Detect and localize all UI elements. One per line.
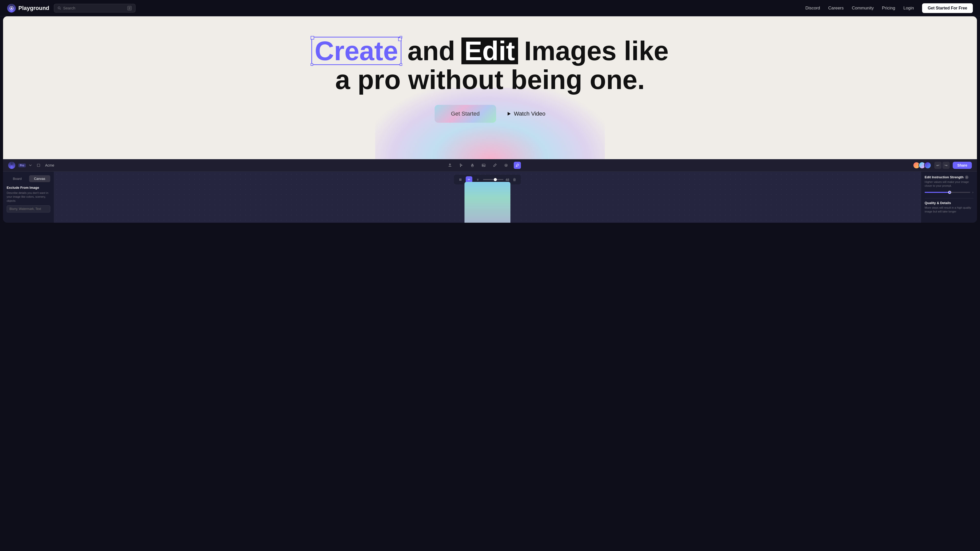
hero-word-and: and — [407, 38, 455, 64]
right-panel-title: Edit Instruction Strength i — [924, 175, 974, 179]
selection-corner-tr — [400, 36, 402, 38]
strength-slider-track — [924, 192, 970, 193]
nav-right: Discord Careers Community Pricing Login … — [805, 3, 973, 13]
nav-link-discord[interactable]: Discord — [805, 6, 820, 11]
search-input[interactable] — [63, 6, 125, 10]
play-icon — [506, 111, 511, 116]
watch-video-label: Watch Video — [514, 110, 546, 117]
tab-board[interactable]: Board — [6, 175, 28, 182]
hero-word-images: Images like — [524, 38, 669, 64]
undo-button[interactable]: ↩ — [934, 162, 942, 169]
logo-text: Playground — [18, 5, 49, 11]
export-icon[interactable] — [446, 162, 453, 169]
redo-button[interactable]: ↪ — [942, 162, 950, 169]
panel-divider — [924, 198, 974, 198]
slider-arrow: › — [972, 191, 974, 194]
image-icon[interactable] — [480, 162, 487, 169]
slider-thumb — [494, 178, 497, 181]
pencil-icon[interactable] — [491, 162, 498, 169]
exclude-input[interactable] — [6, 205, 50, 213]
get-started-hero-button[interactable]: Get Started — [434, 105, 496, 123]
strength-slider-fill — [924, 192, 950, 193]
search-icon — [58, 6, 61, 10]
info-icon[interactable]: i — [965, 176, 969, 179]
effects-icon[interactable] — [503, 162, 510, 169]
strength-slider[interactable]: › — [924, 191, 974, 194]
app-toolbar: Pro Acme — [3, 159, 977, 171]
nav-link-pricing[interactable]: Pricing — [882, 6, 895, 11]
search-kbd: / — [127, 6, 132, 11]
tab-canvas[interactable]: Canvas — [29, 175, 51, 182]
logo-icon — [7, 4, 16, 13]
share-button[interactable]: Share — [953, 162, 972, 169]
person-preview — [465, 182, 511, 223]
hero-gradient — [375, 88, 605, 159]
hero-headline: Create and Edit Images like a pro withou… — [13, 37, 967, 95]
brush-icon[interactable] — [514, 162, 521, 169]
hero-section: Create and Edit Images like a pro withou… — [3, 16, 977, 159]
sidebar-section-title: Exclude From Image — [6, 186, 50, 189]
right-panel-desc: Higher values will make your image close… — [924, 180, 974, 188]
svg-rect-6 — [482, 164, 485, 167]
svg-point-1 — [11, 7, 12, 9]
workspace-name: Acme — [45, 163, 54, 167]
nav-left: Playground / — [7, 4, 135, 13]
navbar: Playground / Discord Careers Community P… — [0, 0, 980, 16]
pro-badge: Pro — [18, 164, 26, 167]
hero-word-edit: Edit — [461, 38, 518, 64]
brush-size-value: 48 — [506, 178, 509, 182]
app-preview: Pro Acme — [3, 159, 977, 223]
selection-corner-br — [400, 63, 402, 66]
sidebar-description: Describe details you don't want in your … — [6, 191, 50, 203]
nav-link-community[interactable]: Community — [852, 6, 874, 11]
canvas-area[interactable]: ⊞ ✏ ≡ 48 🗑 — [54, 171, 921, 223]
sidebar: Board Canvas Exclude From Image Describe… — [3, 171, 54, 223]
right-panel-title2: Quality & Details — [924, 201, 974, 205]
svg-line-3 — [60, 9, 61, 10]
selection-corner-bl — [310, 63, 313, 66]
hero-headline-line1: Create and Edit Images like — [13, 37, 967, 65]
undo-redo-group: ↩ ↪ — [934, 162, 950, 169]
avatar-3 — [924, 162, 931, 169]
app-body: Board Canvas Exclude From Image Describe… — [3, 171, 977, 223]
svg-marker-4 — [508, 112, 511, 116]
right-panel-desc2: More steps will result in a high quality… — [924, 206, 974, 214]
toolbar-center — [446, 162, 521, 169]
right-panel: Edit Instruction Strength i Higher value… — [921, 171, 977, 223]
strength-slider-thumb — [948, 191, 951, 194]
toolbar-logo-icon — [8, 162, 15, 169]
hand-icon[interactable] — [469, 162, 476, 169]
brush-size-slider[interactable] — [483, 179, 504, 180]
layers-icon[interactable] — [35, 162, 42, 169]
hero-headline-line2: a pro without being one. — [13, 65, 967, 95]
search-bar[interactable]: / — [54, 4, 135, 13]
watch-video-button[interactable]: Watch Video — [506, 110, 546, 117]
hero-word-create: Create — [311, 37, 401, 65]
avatar-group — [913, 162, 931, 169]
svg-point-7 — [483, 165, 483, 165]
svg-rect-5 — [37, 164, 40, 167]
canvas-tool-select[interactable]: ⊞ — [457, 176, 464, 183]
cursor-icon[interactable] — [458, 162, 465, 169]
logo-link[interactable]: Playground — [7, 4, 49, 13]
svg-point-9 — [506, 165, 507, 166]
hero-cta-section: Get Started Watch Video — [13, 105, 967, 123]
get-started-nav-button[interactable]: Get Started For Free — [922, 3, 973, 13]
toolbar-left: Pro Acme — [8, 162, 54, 169]
nav-link-careers[interactable]: Careers — [828, 6, 843, 11]
sidebar-tabs: Board Canvas — [6, 175, 50, 182]
toolbar-right: ↩ ↪ Share — [913, 162, 972, 169]
nav-link-login[interactable]: Login — [904, 6, 914, 11]
chevron-down-icon[interactable] — [29, 164, 32, 167]
delete-icon[interactable]: 🗑 — [511, 176, 518, 183]
